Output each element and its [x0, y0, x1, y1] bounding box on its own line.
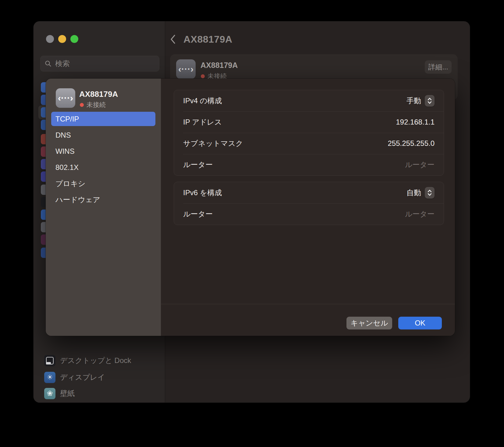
sidebar-item-label: 壁紙 — [60, 389, 75, 398]
settings-group-ipv6: IPv6 を構成自動ルータールーター — [174, 182, 444, 225]
service-name: AX88179A — [201, 61, 238, 70]
value-field[interactable]: ルーター — [405, 209, 435, 219]
details-button[interactable]: 詳細... — [425, 60, 452, 74]
back-chevron-icon[interactable] — [170, 34, 176, 44]
minimize-button[interactable] — [58, 35, 66, 43]
settings-group-ipv4: IPv4 の構成手動IP アドレス192.168.1.1サブネットマスク255.… — [174, 90, 444, 176]
detail-header: AX88179A — [170, 30, 232, 48]
tcpip-settings-dialog: ‹···› AX88179A 未接続 TCP/IPDNSWINS802.1Xプロ… — [46, 79, 455, 336]
dialog-device-status: 未接続 — [80, 100, 106, 109]
value-field[interactable]: ルーター — [405, 160, 435, 170]
status-text: 未接続 — [87, 100, 106, 109]
select-control[interactable]: 自動 — [406, 187, 435, 199]
search-input[interactable]: 検索 — [40, 56, 159, 72]
sidebar-item-label: ディスプレイ — [60, 372, 105, 382]
value-field[interactable]: 255.255.255.0 — [388, 139, 435, 148]
settings-row: ルータールーター — [174, 154, 444, 175]
desktop-dock-icon — [44, 355, 55, 366]
stepper-icon[interactable] — [425, 95, 435, 107]
row-label: ルーター — [183, 209, 213, 219]
row-value: 192.168.1.1 — [396, 118, 435, 126]
select-control[interactable]: 手動 — [406, 95, 435, 107]
wallpaper-icon: ❀ — [44, 388, 55, 399]
row-label: IP アドレス — [183, 117, 222, 127]
dialog-tab--[interactable]: ハードウェア — [51, 192, 155, 207]
footer-divider — [161, 304, 455, 304]
page-title: AX88179A — [183, 34, 232, 45]
sidebar-item-display[interactable]: ☀ディスプレイ — [44, 371, 105, 383]
row-label: IPv4 の構成 — [183, 96, 222, 106]
sidebar-item-wallpaper[interactable]: ❀壁紙 — [44, 388, 75, 399]
row-value: ルーター — [405, 160, 435, 170]
ok-button[interactable]: OK — [398, 317, 442, 329]
system-settings-window: 検索 デスクトップと Dock☀ディスプレイ❀壁紙 AX88179A ‹···›… — [34, 21, 470, 403]
search-placeholder: 検索 — [55, 59, 70, 69]
close-button[interactable] — [46, 35, 54, 43]
dialog-tab--[interactable]: プロキシ — [51, 176, 155, 191]
row-label: ルーター — [183, 160, 213, 170]
dialog-content: IPv4 の構成手動IP アドレス192.168.1.1サブネットマスク255.… — [161, 79, 455, 336]
row-label: サブネットマスク — [183, 139, 243, 148]
status-dot-icon — [201, 74, 205, 78]
settings-row: IP アドレス192.168.1.1 — [174, 111, 444, 133]
row-value: 255.255.255.0 — [388, 139, 435, 148]
stepper-icon[interactable] — [425, 187, 435, 199]
zoom-button[interactable] — [70, 35, 78, 43]
settings-row: IPv4 の構成手動 — [174, 90, 444, 111]
dialog-sidebar: ‹···› AX88179A 未接続 TCP/IPDNSWINS802.1Xプロ… — [46, 79, 161, 336]
search-icon — [45, 60, 51, 67]
ethernet-icon: ‹···› — [56, 88, 75, 108]
row-label: IPv6 を構成 — [183, 188, 222, 198]
dialog-tab-wins[interactable]: WINS — [51, 144, 155, 158]
sidebar-item-desktop-dock[interactable]: デスクトップと Dock — [44, 355, 131, 366]
row-value: 手動 — [406, 96, 421, 106]
window-controls — [46, 35, 78, 43]
settings-row: IPv6 を構成自動 — [174, 182, 444, 203]
sidebar-item-label: デスクトップと Dock — [60, 356, 131, 365]
dialog-device-name: AX88179A — [79, 90, 118, 99]
dialog-tab-dns[interactable]: DNS — [51, 128, 155, 142]
dialog-nav-list: TCP/IPDNSWINS802.1Xプロキシハードウェア — [51, 112, 155, 209]
display-icon: ☀ — [44, 372, 55, 383]
row-value: ルーター — [405, 209, 435, 219]
status-dot-icon — [80, 103, 84, 107]
row-value: 自動 — [406, 188, 421, 198]
settings-row: サブネットマスク255.255.255.0 — [174, 133, 444, 154]
dialog-tab-tcp-ip[interactable]: TCP/IP — [51, 112, 155, 126]
cancel-button[interactable]: キャンセル — [346, 317, 392, 329]
value-field[interactable]: 192.168.1.1 — [396, 118, 435, 126]
settings-row: ルータールーター — [174, 203, 444, 225]
ethernet-icon: ‹···› — [176, 59, 196, 79]
dialog-tab-802-1x[interactable]: 802.1X — [51, 160, 155, 174]
